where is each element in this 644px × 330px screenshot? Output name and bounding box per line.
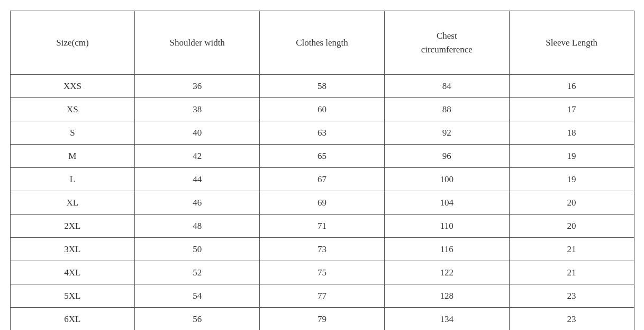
cell-shoulder-2: 40: [135, 121, 260, 145]
cell-sleeve-8: 21: [509, 261, 634, 284]
cell-size-8: 4XL: [10, 261, 135, 284]
cell-shoulder-4: 44: [135, 168, 260, 191]
cell-shoulder-10: 56: [135, 308, 260, 331]
cell-chest-9: 128: [384, 284, 509, 308]
cell-sleeve-10: 23: [509, 308, 634, 331]
cell-size-3: M: [10, 145, 135, 168]
cell-size-0: XXS: [10, 75, 135, 98]
cell-size-4: L: [10, 168, 135, 191]
cell-shoulder-5: 46: [135, 191, 260, 215]
header-chest: Chestcircumference: [384, 11, 509, 75]
table-row: 6XL567913423: [10, 308, 634, 331]
cell-clothes-7: 73: [260, 238, 385, 261]
cell-sleeve-6: 20: [509, 215, 634, 238]
cell-shoulder-6: 48: [135, 215, 260, 238]
cell-sleeve-2: 18: [509, 121, 634, 145]
cell-chest-0: 84: [384, 75, 509, 98]
size-chart-container: Size(cm) Shoulder width Clothes length C…: [10, 11, 634, 330]
header-size: Size(cm): [10, 11, 135, 75]
cell-clothes-2: 63: [260, 121, 385, 145]
cell-chest-1: 88: [384, 98, 509, 121]
cell-size-7: 3XL: [10, 238, 135, 261]
cell-size-10: 6XL: [10, 308, 135, 331]
cell-chest-6: 110: [384, 215, 509, 238]
cell-chest-4: 100: [384, 168, 509, 191]
table-header-row: Size(cm) Shoulder width Clothes length C…: [10, 11, 634, 75]
cell-size-1: XS: [10, 98, 135, 121]
cell-sleeve-9: 23: [509, 284, 634, 308]
cell-sleeve-4: 19: [509, 168, 634, 191]
cell-clothes-1: 60: [260, 98, 385, 121]
cell-shoulder-8: 52: [135, 261, 260, 284]
cell-shoulder-9: 54: [135, 284, 260, 308]
cell-size-6: 2XL: [10, 215, 135, 238]
cell-size-9: 5XL: [10, 284, 135, 308]
table-row: 5XL547712823: [10, 284, 634, 308]
cell-clothes-6: 71: [260, 215, 385, 238]
cell-size-5: XL: [10, 191, 135, 215]
cell-size-2: S: [10, 121, 135, 145]
table-row: L446710019: [10, 168, 634, 191]
cell-chest-8: 122: [384, 261, 509, 284]
cell-clothes-5: 69: [260, 191, 385, 215]
cell-clothes-3: 65: [260, 145, 385, 168]
table-row: 2XL487111020: [10, 215, 634, 238]
header-clothes: Clothes length: [260, 11, 385, 75]
cell-clothes-8: 75: [260, 261, 385, 284]
size-chart-table: Size(cm) Shoulder width Clothes length C…: [10, 11, 634, 330]
cell-clothes-9: 77: [260, 284, 385, 308]
table-row: XXS36588416: [10, 75, 634, 98]
cell-shoulder-0: 36: [135, 75, 260, 98]
table-row: 4XL527512221: [10, 261, 634, 284]
table-row: 3XL507311621: [10, 238, 634, 261]
cell-sleeve-3: 19: [509, 145, 634, 168]
cell-chest-2: 92: [384, 121, 509, 145]
header-sleeve: Sleeve Length: [509, 11, 634, 75]
cell-clothes-10: 79: [260, 308, 385, 331]
cell-sleeve-1: 17: [509, 98, 634, 121]
table-row: S40639218: [10, 121, 634, 145]
table-row: M42659619: [10, 145, 634, 168]
table-row: XS38608817: [10, 98, 634, 121]
cell-chest-3: 96: [384, 145, 509, 168]
cell-clothes-4: 67: [260, 168, 385, 191]
cell-shoulder-7: 50: [135, 238, 260, 261]
header-shoulder: Shoulder width: [135, 11, 260, 75]
cell-shoulder-1: 38: [135, 98, 260, 121]
cell-chest-10: 134: [384, 308, 509, 331]
cell-sleeve-5: 20: [509, 191, 634, 215]
cell-chest-7: 116: [384, 238, 509, 261]
cell-sleeve-0: 16: [509, 75, 634, 98]
cell-chest-5: 104: [384, 191, 509, 215]
table-row: XL466910420: [10, 191, 634, 215]
cell-sleeve-7: 21: [509, 238, 634, 261]
cell-shoulder-3: 42: [135, 145, 260, 168]
cell-clothes-0: 58: [260, 75, 385, 98]
